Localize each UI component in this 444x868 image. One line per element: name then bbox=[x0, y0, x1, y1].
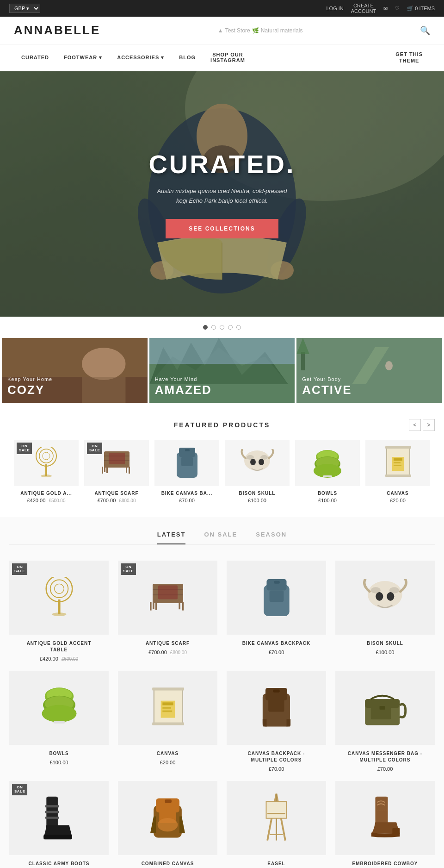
grid-product-img-11 bbox=[227, 781, 326, 855]
svg-rect-35 bbox=[126, 467, 127, 473]
grid-product-name-5: BOWLS bbox=[9, 750, 109, 757]
svg-point-62 bbox=[54, 584, 64, 593]
svg-rect-72 bbox=[182, 602, 184, 610]
nav-accessories[interactable]: ACCESSORIES ▾ bbox=[110, 48, 172, 67]
nav-get-theme[interactable]: GET THISTHEME bbox=[388, 44, 430, 71]
cart-link[interactable]: 🛒 0 ITEMS bbox=[407, 6, 435, 12]
tab-on-sale[interactable]: ON SALE bbox=[204, 531, 237, 544]
carousel-dot-2[interactable] bbox=[211, 325, 216, 330]
cat-banner-text-3: Get Your Body ACTIVE bbox=[302, 376, 352, 397]
category-cozy[interactable]: Keep Your Home COZY bbox=[2, 338, 148, 403]
svg-point-81 bbox=[376, 592, 383, 601]
grid-product-2[interactable]: ONSALE ANTIQUE SCARF £700.00 £800.00 bbox=[118, 561, 217, 662]
grid-product-name-1: ANTIQUE GOLD ACCENTTABLE bbox=[9, 640, 109, 653]
svg-point-42 bbox=[244, 450, 270, 471]
wishlist-icon-link[interactable]: ♡ bbox=[395, 6, 400, 12]
tabs-section: LATEST ON SALE SEASON bbox=[0, 517, 444, 561]
svg-rect-37 bbox=[109, 453, 125, 464]
nav-instagram[interactable]: SHOP OURINSTAGRAM bbox=[203, 45, 253, 69]
carousel-dot-1[interactable] bbox=[203, 325, 208, 330]
category-active[interactable]: Get Your Body ACTIVE bbox=[296, 338, 442, 403]
grid-product-6[interactable]: CANVAS £20.00 bbox=[118, 671, 217, 772]
svg-rect-94 bbox=[162, 707, 171, 709]
featured-product-6[interactable]: CANVAS £20.00 bbox=[365, 440, 430, 503]
grid-product-img-4 bbox=[335, 561, 435, 635]
product-price-2: £700.00 £800.00 bbox=[84, 498, 149, 503]
grid-product-8[interactable]: CANVAS MESSENGER BAG -MULTIPLE COLORS £7… bbox=[335, 671, 435, 772]
grid-product-name-8: CANVAS MESSENGER BAG -MULTIPLE COLORS bbox=[335, 750, 435, 763]
grid-product-7[interactable]: CANVAS BACKPACK -MULTIPLE COLORS £70.00 bbox=[227, 671, 326, 772]
svg-rect-90 bbox=[152, 687, 184, 690]
grid-product-11[interactable]: EASEL £100.00 bbox=[227, 781, 326, 868]
main-nav: CURATED FOOTWEAR ▾ ACCESSORIES ▾ BLOG SH… bbox=[0, 44, 444, 71]
product-name-1: ANTIQUE GOLD A... bbox=[14, 491, 79, 496]
nav-curated[interactable]: CURATED bbox=[14, 48, 56, 67]
grid-product-img-6 bbox=[118, 671, 217, 745]
svg-rect-32 bbox=[102, 467, 103, 474]
on-sale-badge-2: ONSALE bbox=[87, 443, 102, 454]
svg-point-28 bbox=[41, 475, 52, 477]
featured-header: FEATURED PRODUCTS < > bbox=[9, 421, 435, 429]
grid-image-scarf bbox=[147, 579, 189, 616]
svg-rect-70 bbox=[155, 602, 157, 610]
see-collections-button[interactable]: SEE COLLECTIONS bbox=[166, 219, 278, 238]
grid-product-name-2: ANTIQUE SCARF bbox=[118, 640, 217, 647]
svg-rect-121 bbox=[392, 828, 400, 835]
svg-rect-34 bbox=[106, 467, 108, 473]
carousel-dot-4[interactable] bbox=[228, 325, 233, 330]
tab-latest[interactable]: LATEST bbox=[157, 531, 186, 544]
login-link[interactable]: LOG IN bbox=[326, 6, 343, 11]
grid-product-img-5 bbox=[9, 671, 109, 745]
search-icon[interactable]: 🔍 bbox=[420, 25, 430, 36]
featured-product-2[interactable]: ONSALE ANTIQUE SCARF £700.00 £800.00 bbox=[84, 440, 149, 503]
featured-product-5[interactable]: BOWLS £100.00 bbox=[295, 440, 360, 503]
carousel-dot-3[interactable] bbox=[220, 325, 224, 330]
currency-selector[interactable]: GBP ▾ bbox=[9, 4, 40, 13]
grid-product-9[interactable]: ONSALE CLASSIC ARMY BOOTS £400.00 £500.0… bbox=[9, 781, 109, 868]
tagline: Natural materials bbox=[261, 27, 303, 34]
grid-product-1[interactable]: ONSALE ANTIQUE GOLD ACCENTTABLE £420.00 … bbox=[9, 561, 109, 662]
product-name-6: CANVAS bbox=[365, 491, 430, 496]
svg-rect-103 bbox=[379, 706, 385, 710]
svg-point-78 bbox=[368, 581, 402, 608]
tab-season[interactable]: SEASON bbox=[256, 531, 287, 544]
product-image-backpack bbox=[172, 445, 202, 480]
grid-product-4[interactable]: BISON SKULL £100.00 bbox=[335, 561, 435, 662]
create-account-link[interactable]: CREATEACCOUNT bbox=[351, 3, 376, 14]
nav-footwear[interactable]: FOOTWEAR ▾ bbox=[56, 48, 110, 67]
product-price-4: £100.00 bbox=[225, 498, 290, 503]
featured-product-1[interactable]: ONSALE ANTIQUE GOLD A... £420.00 £500.00 bbox=[14, 440, 79, 503]
cat-title-2: AMAZED bbox=[155, 383, 212, 397]
grid-product-5[interactable]: BOWLS £100.00 bbox=[9, 671, 109, 772]
svg-rect-76 bbox=[269, 590, 284, 602]
svg-point-82 bbox=[387, 592, 394, 601]
email-icon-link[interactable]: ✉ bbox=[383, 6, 388, 12]
featured-product-4[interactable]: BISON SKULL £100.00 bbox=[225, 440, 290, 503]
hero-section: CURATED. Austin mixtape quinoa cred Neut… bbox=[0, 71, 444, 317]
grid-on-sale-badge-1: ONSALE bbox=[12, 563, 27, 575]
grid-product-3[interactable]: BIKE CANVAS BACKPACK £70.00 bbox=[227, 561, 326, 662]
grid-product-10[interactable]: COMBINED CANVASBACKPACK - MULTIPLECOLORS… bbox=[118, 781, 217, 868]
grid-product-img-8 bbox=[335, 671, 435, 745]
svg-rect-117 bbox=[266, 801, 287, 818]
grid-image-cowboy-boots bbox=[367, 793, 404, 843]
product-image-canvas bbox=[383, 445, 413, 480]
featured-product-3[interactable]: BIKE CANVAS BA... £70.00 bbox=[154, 440, 219, 503]
svg-rect-106 bbox=[45, 805, 59, 807]
svg-rect-33 bbox=[104, 467, 105, 472]
next-products-button[interactable]: > bbox=[423, 419, 435, 431]
svg-rect-21 bbox=[301, 352, 305, 370]
grid-product-img-2: ONSALE bbox=[118, 561, 217, 635]
nav-blog[interactable]: BLOG bbox=[172, 48, 203, 67]
grid-image-table bbox=[38, 577, 80, 618]
svg-point-64 bbox=[52, 612, 66, 616]
carousel-dot-5[interactable] bbox=[236, 325, 241, 330]
svg-rect-77 bbox=[274, 581, 279, 583]
prev-products-button[interactable]: < bbox=[409, 419, 421, 431]
tabs-row: LATEST ON SALE SEASON bbox=[9, 531, 435, 545]
product-img-4 bbox=[225, 440, 290, 486]
site-logo[interactable]: ANNABELLE bbox=[14, 23, 100, 37]
category-amazed[interactable]: Have Your Mind AMAZED bbox=[149, 338, 295, 403]
grid-product-12[interactable]: EMBROIDERED COWBOYBOOTS £350.00 bbox=[335, 781, 435, 868]
product-image-table-1 bbox=[30, 447, 62, 479]
